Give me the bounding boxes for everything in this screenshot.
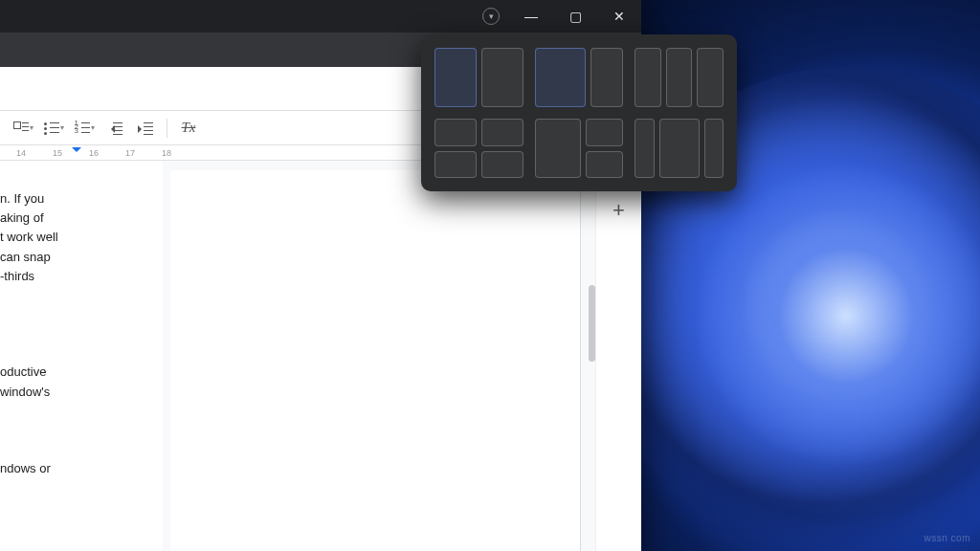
increase-indent-button[interactable] — [132, 115, 159, 142]
snap-layout-three-columns[interactable] — [635, 48, 724, 107]
watermark-text: wssn com — [924, 533, 970, 543]
snap-layout-center-wide[interactable] — [635, 119, 724, 178]
vertical-scrollbar[interactable] — [589, 161, 595, 551]
bulleted-list-button[interactable]: ▾ — [40, 115, 67, 142]
toolbar-separator — [167, 119, 167, 138]
clear-formatting-button[interactable]: Tx — [175, 115, 202, 142]
snap-layout-left-half-right-stack[interactable] — [535, 119, 624, 178]
scrollbar-thumb[interactable] — [589, 285, 595, 362]
text-fragment[interactable]: oductive window's — [0, 363, 155, 401]
checklist-button[interactable]: ▾ — [10, 115, 36, 142]
add-addon-button[interactable]: + — [609, 200, 630, 221]
document-text[interactable]: n. If you aking of t work well can snap … — [0, 161, 163, 551]
numbered-list-button[interactable]: ▾ — [71, 115, 98, 142]
snap-layout-quad[interactable] — [434, 119, 523, 178]
snap-layout-two-equal[interactable] — [434, 48, 523, 107]
margin-marker-icon[interactable] — [72, 147, 81, 157]
page-background — [170, 170, 581, 551]
ruler-mark: 15 — [40, 148, 75, 158]
ruler-mark: 18 — [149, 148, 184, 158]
text-fragment[interactable]: n. If you aking of t work well can snap … — [0, 189, 155, 286]
extensions-dot-icon[interactable]: ▾ — [482, 8, 500, 25]
decrease-indent-button[interactable] — [101, 115, 128, 142]
snap-layouts-flyout — [421, 34, 737, 191]
ruler-mark: 14 — [4, 148, 38, 158]
ruler-mark: 17 — [113, 148, 147, 158]
text-fragment[interactable]: ndows or — [0, 459, 155, 478]
maximize-button[interactable]: ▢ — [553, 0, 597, 33]
close-button[interactable]: ✕ — [597, 0, 641, 33]
window-titlebar[interactable]: ▾ — ▢ ✕ — [0, 0, 641, 33]
minimize-button[interactable]: — — [509, 0, 553, 33]
ruler-mark: 16 — [77, 148, 111, 158]
snap-layout-two-wide-left[interactable] — [535, 48, 624, 107]
page-area: n. If you aking of t work well can snap … — [0, 161, 595, 551]
